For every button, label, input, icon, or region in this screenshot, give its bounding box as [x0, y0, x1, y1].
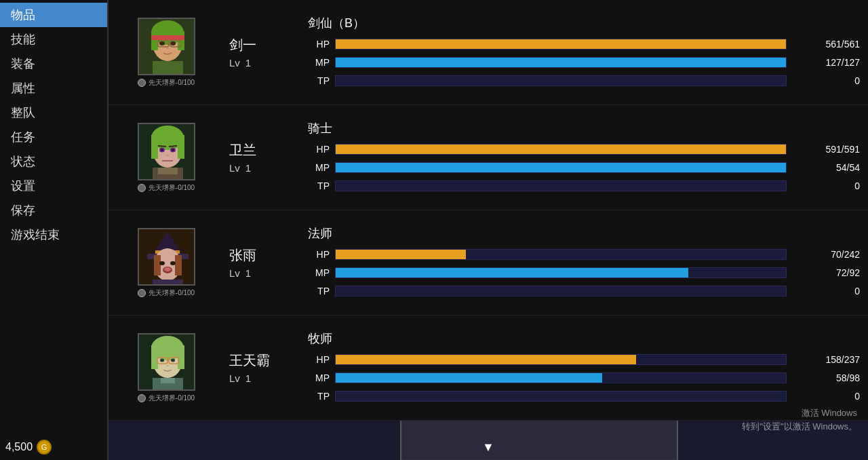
svg-rect-120 — [151, 31, 158, 50]
limit-icon-2 — [138, 184, 146, 192]
menu-item-settings[interactable]: 设置 — [0, 174, 107, 198]
tp-bar-bg-2 — [335, 180, 787, 191]
hp-row-1: HP 561/561 — [308, 37, 860, 52]
svg-point-127 — [166, 47, 169, 49]
tp-bar-bg-1 — [335, 75, 787, 86]
menu-item-skills[interactable]: 技能 — [0, 27, 107, 52]
tp-value-3: 0 — [792, 286, 860, 296]
limit-text-2: 先天堺界-0/100 — [149, 183, 195, 193]
menu-item-save[interactable]: 保存 — [0, 198, 107, 223]
char-level-4: Lv 1 — [229, 372, 300, 384]
menu-item-formation[interactable]: 整队 — [0, 100, 107, 125]
hp-label-3: HP — [308, 249, 330, 260]
mp-value-2: 54/54 — [792, 162, 860, 173]
svg-point-123 — [170, 41, 176, 45]
char-stats-3: 法师 HP 70/242 MP 72/92 TP 0 — [305, 225, 868, 301]
lv-label-2: Lv — [229, 162, 240, 174]
hp-bar-bg-1 — [335, 39, 787, 50]
mp-bar-bg-2 — [335, 162, 787, 173]
menu-item-items[interactable]: 物品 — [0, 3, 107, 27]
limit-text-3: 先天堺界-0/100 — [149, 288, 195, 298]
svg-line-139 — [158, 146, 166, 147]
lv-value-4: 1 — [245, 372, 251, 384]
scroll-down-arrow[interactable]: ▼ — [482, 440, 494, 455]
limit-icon-4 — [138, 394, 146, 402]
hp-value-2: 591/591 — [792, 144, 860, 155]
char-level-3: Lv 1 — [229, 267, 300, 279]
gold-value: 4,500 — [5, 441, 33, 453]
lv-label-3: Lv — [229, 267, 240, 279]
class-name-3: 法师 — [308, 225, 860, 242]
svg-rect-151 — [175, 255, 182, 275]
windows-activation: 激活 Windows 转到"设置"以激活 Windows。 — [742, 406, 857, 433]
char-level-1: Lv 1 — [229, 57, 300, 69]
mp-row-2: MP 54/54 — [308, 160, 860, 175]
char-info-3: 张雨 Lv 1 — [224, 246, 305, 279]
char-portrait-4 — [138, 333, 195, 391]
char-portrait-3 — [138, 228, 195, 286]
hp-value-3: 70/242 — [792, 249, 860, 260]
char-name-1: 剑一 — [229, 36, 300, 54]
tp-value-4: 0 — [792, 391, 860, 402]
sidebar: 物品 技能 装备 属性 整队 任务 状态 设置 保存 游戏结束 4,500 G — [0, 0, 108, 460]
char-portrait-area-4: 先天堺界-0/100 — [108, 330, 224, 406]
tp-row-4: TP 0 — [308, 389, 860, 404]
win-activate-line2: 转到"设置"以激活 Windows。 — [742, 420, 857, 434]
char-limit-bar-2: 先天堺界-0/100 — [138, 183, 195, 193]
mp-label-4: MP — [308, 372, 330, 383]
lv-label-4: Lv — [229, 372, 240, 384]
hp-bar-bg-2 — [335, 144, 787, 155]
tp-row-3: TP 0 — [308, 284, 860, 299]
char-info-4: 王天霸 Lv 1 — [224, 351, 305, 384]
menu-item-attributes[interactable]: 属性 — [0, 76, 107, 100]
mp-bar-bg-4 — [335, 372, 787, 383]
hp-label-4: HP — [308, 354, 330, 365]
svg-point-167 — [166, 364, 169, 366]
mp-row-1: MP 127/127 — [308, 55, 860, 70]
char-row-2: 先天堺界-0/100 卫兰 Lv 1 骑士 HP 591/591 MP — [108, 105, 868, 210]
sidebar-footer: 4,500 G — [5, 440, 52, 455]
mp-bar-fill-3 — [336, 268, 688, 277]
hp-bar-fill-1 — [336, 39, 786, 49]
main-panel: 先天堺界-0/100 剑一 Lv 1 剑仙（B） HP 561/561 MP — [108, 0, 868, 460]
mp-bar-bg-3 — [335, 267, 787, 278]
svg-rect-161 — [178, 345, 184, 369]
svg-point-138 — [172, 149, 174, 151]
lv-value-2: 1 — [245, 162, 251, 174]
char-level-2: Lv 1 — [229, 162, 300, 174]
svg-rect-169 — [161, 378, 175, 383]
svg-rect-156 — [153, 280, 183, 286]
limit-text-1: 先天堺界-0/100 — [149, 78, 195, 88]
svg-rect-129 — [153, 61, 183, 75]
char-limit-bar-3: 先天堺界-0/100 — [138, 288, 195, 298]
hp-bar-fill-4 — [336, 355, 636, 364]
char-name-2: 卫兰 — [229, 141, 300, 159]
hp-bar-bg-4 — [335, 354, 787, 365]
mp-bar-bg-1 — [335, 57, 787, 68]
menu-item-equipment[interactable]: 装备 — [0, 52, 107, 76]
mp-row-4: MP 58/98 — [308, 370, 860, 385]
menu-item-end-game[interactable]: 游戏结束 — [0, 223, 107, 247]
menu-item-status[interactable]: 状态 — [0, 149, 107, 174]
svg-point-122 — [159, 41, 165, 45]
svg-rect-133 — [151, 135, 158, 159]
char-portrait-2 — [138, 123, 195, 180]
mp-bar-fill-2 — [336, 163, 786, 172]
char-portrait-area-1: 先天堺界-0/100 — [108, 15, 224, 90]
char-stats-1: 剑仙（B） HP 561/561 MP 127/127 TP — [305, 15, 868, 90]
tp-label-4: TP — [308, 391, 330, 402]
svg-rect-160 — [151, 345, 158, 369]
char-stats-2: 骑士 HP 591/591 MP 54/54 TP 0 — [305, 120, 868, 195]
svg-point-166 — [171, 358, 175, 362]
gold-icon: G — [37, 440, 52, 455]
menu-item-quest[interactable]: 任务 — [0, 125, 107, 149]
mp-row-3: MP 72/92 — [308, 265, 860, 280]
svg-point-155 — [164, 267, 171, 271]
hp-value-1: 561/561 — [792, 39, 860, 50]
tp-row-2: TP 0 — [308, 178, 860, 193]
limit-icon-3 — [138, 289, 146, 297]
tp-value-1: 0 — [792, 75, 860, 86]
svg-rect-150 — [154, 255, 161, 275]
char-row-1: 先天堺界-0/100 剑一 Lv 1 剑仙（B） HP 561/561 MP — [108, 0, 868, 105]
hp-bar-fill-2 — [336, 145, 786, 154]
